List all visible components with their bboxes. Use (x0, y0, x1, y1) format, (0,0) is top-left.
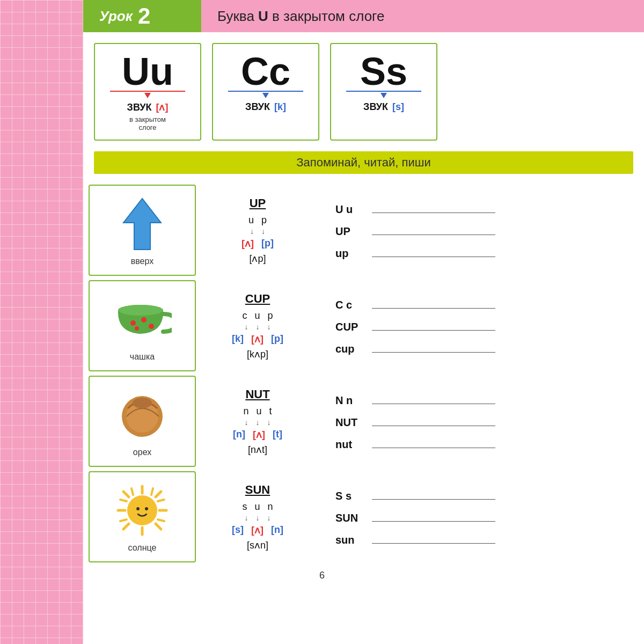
svg-point-4 (141, 317, 147, 323)
word-up: UP (250, 196, 266, 210)
header: Урок 2 Буква U в закрытом слоге (83, 0, 644, 32)
write-UP: UP (335, 223, 639, 238)
pink-sidebar (0, 0, 83, 644)
write-NUT: NUT (335, 414, 639, 429)
uu-underline (110, 91, 185, 98)
cc-zvuk: ЗВУК [k] (245, 101, 286, 113)
word-sun: SUN (245, 483, 270, 497)
nut-transcription: [nʌt] (248, 444, 267, 456)
letter-card-ss: Ss ЗВУК [s] (330, 43, 437, 141)
up-icon-area (110, 194, 174, 253)
up-phonemes: [ʌ] [p] (241, 238, 274, 250)
svg-line-18 (131, 488, 133, 495)
svg-point-6 (135, 326, 139, 331)
vocab-right-nut: N n NUT nut (319, 376, 639, 467)
write-uu: U u (335, 201, 639, 216)
vocab-card-sun: солнце (89, 471, 196, 562)
page: Урок 2 Буква U в закрытом слоге Uu ЗВУК (0, 0, 644, 644)
write-SUN: SUN (335, 510, 639, 524)
up-arrow-icon (121, 196, 164, 252)
sun-letters: s u n (242, 501, 273, 513)
cup-translation: чашка (130, 352, 155, 362)
lesson-number: 2 (138, 3, 150, 29)
cup-transcription: [kʌp] (247, 348, 268, 360)
svg-point-26 (145, 507, 148, 510)
write-nut: nut (335, 436, 639, 451)
vocab-right-up: U u UP up (319, 185, 639, 276)
vocab-section: вверх UP u p ↓ ↓ [ʌ] [p] (83, 179, 644, 568)
header-title: Буква U в закрытом слоге (217, 8, 385, 25)
vocab-card-nut: орех (89, 376, 196, 467)
word-nut: NUT (245, 387, 269, 401)
vocab-row-cup: чашка CUP c u p ↓ ↓ ↓ [k] (89, 280, 639, 371)
svg-line-23 (158, 519, 164, 521)
svg-line-17 (123, 524, 129, 529)
uu-zvuk: ЗВУК [ʌ] (127, 101, 169, 113)
vocab-middle-cup: CUP c u p ↓ ↓ ↓ [k] [ʌ] [p] (196, 280, 319, 371)
page-number: 6 (0, 568, 644, 583)
svg-line-22 (158, 500, 164, 501)
letter-uu: Uu (122, 52, 173, 91)
main-content: Урок 2 Буква U в закрытом слоге Uu ЗВУК (83, 0, 644, 644)
nut-icon-area (110, 385, 174, 444)
cup-phonemes: [k] [ʌ] [p] (232, 333, 283, 345)
svg-point-24 (127, 495, 157, 525)
svg-line-21 (120, 519, 127, 521)
banner: Запоминай, читай, пиши (94, 151, 633, 174)
sun-arrows: ↓ ↓ ↓ (245, 514, 271, 522)
letter-card-cc: Cc ЗВУК [k] (212, 43, 319, 141)
sun-icon-area (110, 481, 174, 540)
cc-underline (228, 91, 303, 98)
cup-icon (113, 295, 172, 343)
up-letters: u p (248, 215, 267, 226)
write-ss: S s (335, 488, 639, 502)
sun-phonemes: [s] [ʌ] [n] (232, 524, 283, 536)
vocab-right-cup: C c CUP cup (319, 280, 639, 371)
sun-translation: солнце (128, 543, 157, 553)
nut-phonemes: [n] [ʌ] [t] (233, 429, 282, 441)
svg-point-5 (149, 324, 154, 329)
vocab-right-sun: S s SUN sun (319, 471, 639, 562)
svg-point-2 (118, 305, 163, 316)
write-sun: sun (335, 532, 639, 546)
vocab-card-up: вверх (89, 185, 196, 276)
lesson-label: Урок (99, 8, 133, 25)
letter-ss: Ss (360, 52, 407, 91)
up-translation: вверх (131, 257, 153, 266)
write-cc: C c (335, 297, 639, 311)
write-cup: cup (335, 341, 639, 355)
letter-card-uu: Uu ЗВУК [ʌ] в закрытомслоге (94, 43, 201, 141)
write-CUP: CUP (335, 319, 639, 333)
svg-point-25 (136, 507, 140, 510)
uu-subtext: в закрытомслоге (129, 115, 166, 131)
cup-icon-area (110, 290, 174, 349)
vocab-middle-up: UP u p ↓ ↓ [ʌ] [p] [ʌp] (196, 185, 319, 276)
nut-translation: орех (133, 448, 151, 457)
word-cup: CUP (245, 292, 270, 306)
svg-line-14 (123, 492, 129, 497)
cup-letters: c u p (242, 310, 273, 321)
write-up: up (335, 245, 639, 260)
svg-line-20 (120, 500, 127, 501)
up-arrows: ↓ ↓ (250, 227, 265, 236)
ss-zvuk: ЗВУК [s] (363, 101, 404, 113)
nut-icon (117, 390, 168, 441)
svg-marker-0 (123, 199, 161, 250)
vocab-middle-nut: NUT n u t ↓ ↓ ↓ [n] [ʌ] [t] (196, 376, 319, 467)
vocab-row-sun: солнце SUN s u n ↓ ↓ ↓ [s] (89, 471, 639, 562)
header-green: Урок 2 (83, 0, 201, 32)
up-transcription: [ʌp] (249, 253, 266, 265)
vocab-middle-sun: SUN s u n ↓ ↓ ↓ [s] [ʌ] [n] (196, 471, 319, 562)
svg-line-19 (151, 488, 153, 495)
nut-arrows: ↓ ↓ ↓ (245, 418, 271, 427)
sun-icon (115, 484, 169, 537)
svg-point-3 (130, 320, 136, 326)
write-nn: N n (335, 392, 639, 407)
svg-line-16 (156, 492, 161, 497)
cup-arrows: ↓ ↓ ↓ (245, 323, 271, 331)
vocab-row-nut: орех NUT n u t ↓ ↓ ↓ [n] (89, 376, 639, 467)
vocab-row-up: вверх UP u p ↓ ↓ [ʌ] [p] (89, 185, 639, 276)
ss-underline (346, 91, 421, 98)
svg-line-15 (156, 524, 161, 529)
vocab-card-cup: чашка (89, 280, 196, 371)
